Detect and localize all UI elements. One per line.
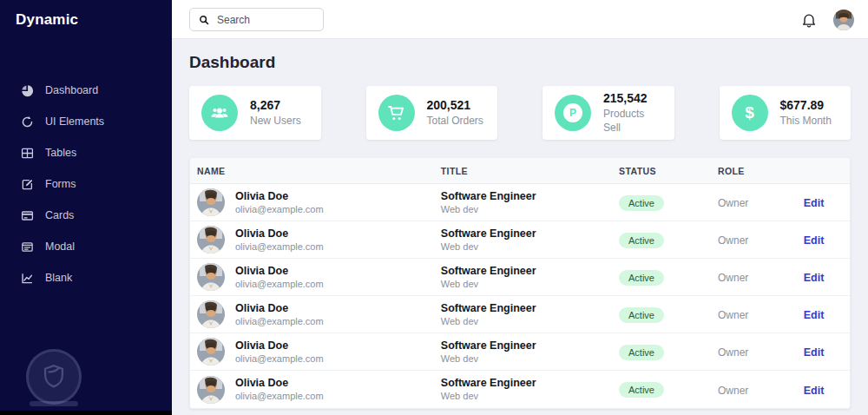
sidebar-item-modal[interactable]: Modal <box>0 231 172 262</box>
content: Dashboard 8,267 New Users <box>172 39 868 409</box>
sidebar-item-dashboard[interactable]: Dashboard <box>0 75 172 106</box>
table-row: Olivia Doe olivia@example.com Software E… <box>190 221 850 259</box>
table-row: Olivia Doe olivia@example.com Software E… <box>190 371 850 408</box>
edit-link[interactable]: Edit <box>804 272 825 284</box>
user-email: olivia@example.com <box>235 240 324 253</box>
user-email: olivia@example.com <box>235 390 324 402</box>
sidebar-item-cards[interactable]: Cards <box>0 200 172 231</box>
status-badge: Active <box>619 345 664 360</box>
stat-card-total-orders: 200,521 Total Orders <box>366 86 498 140</box>
p-badge-icon: P <box>555 95 591 131</box>
role-text: Owner <box>718 346 748 359</box>
user-avatar[interactable] <box>833 10 854 30</box>
row-avatar <box>197 300 225 328</box>
job-title: Software Engineer <box>441 301 619 315</box>
role-text: Owner <box>718 272 748 284</box>
row-avatar <box>197 188 225 216</box>
role-text: Owner <box>718 385 748 397</box>
watermark-caption <box>30 401 78 406</box>
rotate-icon <box>21 115 34 128</box>
status-badge: Active <box>619 195 664 211</box>
user-name: Olivia Doe <box>235 376 324 390</box>
app-window: Dynamic Dashboard UI Elements Tables <box>0 0 868 415</box>
user-name: Olivia Doe <box>235 189 324 203</box>
line-chart-icon <box>21 272 34 285</box>
job-title: Software Engineer <box>441 227 619 240</box>
dollar-glyph: $ <box>745 103 754 122</box>
job-subtitle: Web dev <box>441 390 619 402</box>
sidebar-item-label: Modal <box>45 240 75 253</box>
role-text: Owner <box>718 197 748 209</box>
user-name: Olivia Doe <box>235 339 324 352</box>
status-badge: Active <box>619 382 664 398</box>
status-badge: Active <box>619 307 664 323</box>
user-email: olivia@example.com <box>235 352 324 365</box>
bell-icon[interactable] <box>800 11 818 29</box>
user-name: Olivia Doe <box>235 301 324 315</box>
user-name: Olivia Doe <box>235 264 324 278</box>
topbar <box>172 0 868 39</box>
sidebar-item-label: Dashboard <box>45 84 98 96</box>
edit-link[interactable]: Edit <box>804 309 825 321</box>
dollar-icon: $ <box>732 95 768 131</box>
card-icon <box>21 209 34 222</box>
pie-chart-icon <box>21 84 34 97</box>
table-row: Olivia Doe olivia@example.com Software E… <box>190 184 850 221</box>
edit-link[interactable]: Edit <box>804 346 825 359</box>
users-table: Name Title Status Role Olivia Doe olivia… <box>189 157 851 409</box>
col-header-status: Status <box>619 166 718 176</box>
table-row: Olivia Doe olivia@example.com Software E… <box>190 259 850 296</box>
stat-label: Products Sell <box>603 107 662 135</box>
modal-window-icon <box>21 240 34 254</box>
status-badge: Active <box>619 233 664 248</box>
stat-value: 215,542 <box>603 90 662 107</box>
job-subtitle: Web dev <box>441 315 619 327</box>
sidebar-item-forms[interactable]: Forms <box>0 168 172 200</box>
col-header-name: Name <box>190 166 441 176</box>
pencil-square-icon <box>21 178 34 191</box>
sidebar: Dynamic Dashboard UI Elements Tables <box>0 0 172 415</box>
edit-link[interactable]: Edit <box>804 197 825 209</box>
p-letter: P <box>563 103 582 122</box>
role-text: Owner <box>718 309 748 321</box>
sidebar-item-label: Tables <box>45 147 76 159</box>
sidebar-item-blank[interactable]: Blank <box>0 262 172 293</box>
job-subtitle: Web dev <box>441 278 619 290</box>
job-title: Software Engineer <box>441 264 619 278</box>
role-text: Owner <box>718 234 748 247</box>
job-subtitle: Web dev <box>441 203 619 215</box>
sidebar-item-ui-elements[interactable]: UI Elements <box>0 106 172 137</box>
sidebar-nav: Dashboard UI Elements Tables Forms <box>0 75 172 293</box>
edit-link[interactable]: Edit <box>804 234 825 247</box>
users-icon <box>201 95 238 131</box>
stat-card-products-sell: P 215,542 Products Sell <box>542 86 674 140</box>
stat-card-new-users: 8,267 New Users <box>189 86 321 140</box>
search-icon <box>198 14 210 26</box>
sidebar-item-label: Cards <box>45 209 74 221</box>
cart-icon <box>378 95 415 131</box>
stat-card-this-month: $ $677.89 This Month <box>720 86 852 140</box>
job-title: Software Engineer <box>441 339 619 352</box>
job-subtitle: Web dev <box>441 352 619 365</box>
stat-value: 8,267 <box>250 97 301 114</box>
edit-link[interactable]: Edit <box>804 385 825 397</box>
col-header-title: Title <box>441 166 619 176</box>
stat-label: New Users <box>250 114 301 128</box>
sidebar-item-label: Blank <box>45 272 72 284</box>
search-box[interactable] <box>189 8 324 31</box>
table-grid-icon <box>21 147 34 160</box>
status-badge: Active <box>619 270 664 286</box>
search-input[interactable] <box>217 14 315 26</box>
table-header-row: Name Title Status Role <box>190 158 850 184</box>
brand-logo: Dynamic <box>0 0 172 40</box>
sidebar-item-tables[interactable]: Tables <box>0 137 172 168</box>
main-area: Dashboard 8,267 New Users <box>172 0 868 415</box>
sidebar-watermark-logo <box>26 349 82 405</box>
row-avatar <box>197 338 225 366</box>
table-body: Olivia Doe olivia@example.com Software E… <box>190 184 850 408</box>
sidebar-item-label: Forms <box>45 178 76 190</box>
topbar-right <box>800 0 854 39</box>
job-title: Software Engineer <box>441 376 619 390</box>
col-header-role: Role <box>718 166 804 176</box>
stat-value: $677.89 <box>780 97 832 114</box>
